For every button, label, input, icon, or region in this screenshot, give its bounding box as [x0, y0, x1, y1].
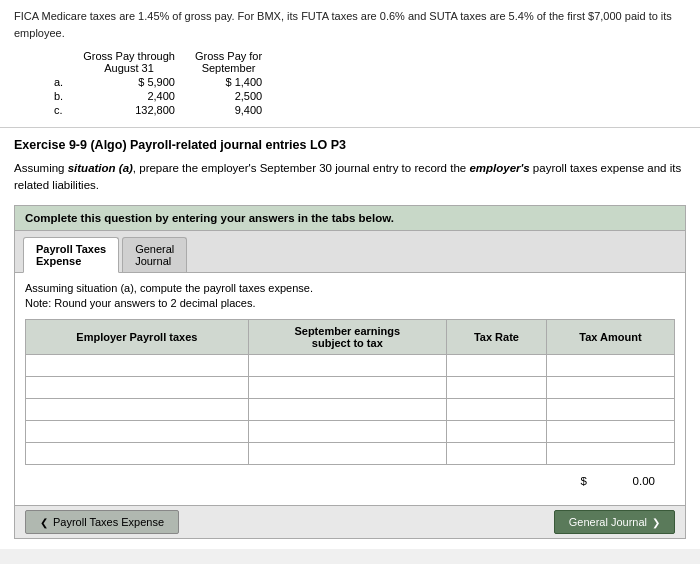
table-row: b. 2,400 2,500 — [44, 89, 272, 103]
top-section: FICA Medicare taxes are 1.45% of gross p… — [0, 0, 700, 128]
employer-cell-2[interactable] — [26, 377, 249, 399]
earnings-cell-3[interactable] — [248, 399, 446, 421]
row-b-aug: 2,400 — [73, 89, 185, 103]
table-row: a. $ 5,900 $ 1,400 — [44, 75, 272, 89]
taxamount-cell-3[interactable] — [546, 399, 674, 421]
desc-bold: employer's — [469, 162, 529, 174]
prev-button[interactable]: Payroll Taxes Expense — [25, 510, 179, 534]
taxamount-cell-5[interactable] — [546, 443, 674, 465]
desc-italic: situation (a) — [68, 162, 133, 174]
tab-payroll-taxes[interactable]: Payroll TaxesExpense — [23, 237, 119, 273]
row-a-aug: $ 5,900 — [73, 75, 185, 89]
total-amount: 0.00 — [595, 475, 655, 487]
col-employer-header: Employer Payroll taxes — [26, 320, 249, 355]
arrow-left-icon — [40, 516, 48, 528]
arrow-right-icon — [652, 516, 660, 528]
row-a-sep: $ 1,400 — [185, 75, 272, 89]
tab-content: Assuming situation (a), compute the payr… — [15, 273, 685, 506]
table-row — [26, 443, 675, 465]
top-paragraph: FICA Medicare taxes are 1.45% of gross p… — [14, 8, 686, 41]
instruction-line-2: Note: Round your answers to 2 decimal pl… — [25, 297, 256, 309]
taxrate-cell-4[interactable] — [446, 421, 546, 443]
exercise-title: Exercise 9-9 (Algo) Payroll-related jour… — [14, 138, 686, 152]
complete-banner: Complete this question by entering your … — [15, 206, 685, 231]
earnings-cell-5[interactable] — [248, 443, 446, 465]
employer-cell-3[interactable] — [26, 399, 249, 421]
tab-general-journal[interactable]: GeneralJournal — [122, 237, 187, 272]
employer-cell-4[interactable] — [26, 421, 249, 443]
table-row: c. 132,800 9,400 — [44, 103, 272, 117]
table-row — [26, 421, 675, 443]
taxrate-cell-1[interactable] — [446, 355, 546, 377]
tabs-container: Complete this question by entering your … — [14, 205, 686, 540]
exercise-section: Exercise 9-9 (Algo) Payroll-related jour… — [0, 128, 700, 549]
exercise-description: Assuming situation (a), prepare the empl… — [14, 160, 686, 195]
col-taxamount-header: Tax Amount — [546, 320, 674, 355]
taxrate-cell-5[interactable] — [446, 443, 546, 465]
taxrate-cell-3[interactable] — [446, 399, 546, 421]
col-aug-header: Gross Pay throughAugust 31 — [73, 49, 185, 75]
col-earnings-header: September earningssubject to tax — [248, 320, 446, 355]
prev-button-label: Payroll Taxes Expense — [53, 516, 164, 528]
earnings-cell-2[interactable] — [248, 377, 446, 399]
tabs-row: Payroll TaxesExpense GeneralJournal — [15, 231, 685, 273]
payroll-table: Employer Payroll taxes September earning… — [25, 319, 675, 465]
taxrate-cell-2[interactable] — [446, 377, 546, 399]
col-label-header — [44, 49, 73, 75]
row-a-label: a. — [44, 75, 73, 89]
taxamount-cell-2[interactable] — [546, 377, 674, 399]
total-row: $ 0.00 — [25, 475, 675, 487]
next-button[interactable]: General Journal — [554, 510, 675, 534]
employer-cell-5[interactable] — [26, 443, 249, 465]
taxamount-cell-1[interactable] — [546, 355, 674, 377]
employer-cell-1[interactable] — [26, 355, 249, 377]
desc-text-2: , prepare the employer's September 30 jo… — [133, 162, 470, 174]
total-dollar-sign: $ — [581, 475, 587, 487]
gross-pay-table: Gross Pay throughAugust 31 Gross Pay for… — [44, 49, 272, 117]
row-c-sep: 9,400 — [185, 103, 272, 117]
row-c-label: c. — [44, 103, 73, 117]
earnings-cell-4[interactable] — [248, 421, 446, 443]
row-c-aug: 132,800 — [73, 103, 185, 117]
taxamount-cell-4[interactable] — [546, 421, 674, 443]
main-container: FICA Medicare taxes are 1.45% of gross p… — [0, 0, 700, 549]
row-b-sep: 2,500 — [185, 89, 272, 103]
row-b-label: b. — [44, 89, 73, 103]
earnings-cell-1[interactable] — [248, 355, 446, 377]
table-row — [26, 377, 675, 399]
nav-buttons: Payroll Taxes Expense General Journal — [15, 505, 685, 538]
col-sep-header: Gross Pay forSeptember — [185, 49, 272, 75]
table-row — [26, 399, 675, 421]
instruction-line-1: Assuming situation (a), compute the payr… — [25, 282, 313, 294]
desc-text-1: Assuming — [14, 162, 68, 174]
col-taxrate-header: Tax Rate — [446, 320, 546, 355]
table-row — [26, 355, 675, 377]
next-button-label: General Journal — [569, 516, 647, 528]
tab-instruction: Assuming situation (a), compute the payr… — [25, 281, 675, 312]
